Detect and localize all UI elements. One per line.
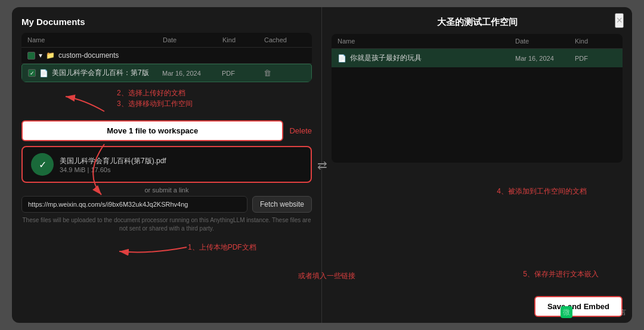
main-modal: × My Documents Name Date Kind Cached ▾ 📁	[12, 7, 632, 323]
file-kind: PDF	[222, 70, 264, 77]
upload-file-title: 美国儿科学会育儿百科(第7版).pdf	[60, 156, 166, 166]
right-file-row[interactable]: 📄 你就是孩子最好的玩具 Mar 16, 2024 PDF	[332, 49, 623, 67]
wechat-icon: 微	[561, 306, 572, 318]
fetch-website-button[interactable]: Fetch website	[252, 196, 312, 213]
folder-checkbox[interactable]	[27, 52, 35, 60]
upload-area: ✓ 美国儿科学会育儿百科(第7版).pdf 34.9 MiB | 17.60s	[21, 146, 312, 183]
col-cached: Cached	[264, 36, 306, 43]
left-panel-title: My Documents	[21, 17, 312, 27]
file-checkbox[interactable]	[28, 69, 36, 77]
annot-step5: 5、保存并进行文本嵌入	[523, 269, 599, 279]
transfer-icon: ⇄	[317, 158, 327, 172]
right-file-date: Mar 16, 2024	[515, 55, 575, 62]
col-kind: Kind	[222, 36, 264, 43]
right-panel-title: 大圣的测试工作空间	[332, 17, 623, 28]
annot-step4: 4、被添加到工作空间的文档	[497, 186, 587, 197]
right-file-kind: PDF	[575, 55, 617, 62]
doc-icon: 📄	[39, 69, 48, 77]
modal-body: My Documents Name Date Kind Cached ▾ 📁 c…	[12, 7, 632, 323]
delete-button[interactable]: Delete	[289, 126, 312, 135]
upload-file-meta: 34.9 MiB | 17.60s	[60, 166, 166, 173]
folder-name: ▾ 📁 custom-documents	[27, 51, 163, 60]
right-doc-icon: 📄	[338, 54, 346, 63]
annot-step3: 3、选择移动到工作空间	[117, 99, 193, 109]
chevron-icon: ▾	[39, 51, 42, 60]
move-to-workspace-button[interactable]: Move 1 file to workspace	[21, 120, 283, 141]
folder-icon: 📁	[46, 51, 55, 60]
right-col-kind: Kind	[575, 38, 617, 45]
col-name: Name	[27, 36, 163, 43]
notice-text: These files will be uploaded to the docu…	[21, 216, 312, 233]
right-file-table: Name Date Kind 📄 你就是孩子最好的玩具 Mar 16, 2024…	[332, 34, 623, 163]
table-header: Name Date Kind Cached	[21, 33, 312, 48]
or-label: or submit a link	[21, 186, 312, 194]
right-file-name: 📄 你就是孩子最好的玩具	[338, 53, 515, 63]
close-button[interactable]: ×	[615, 13, 624, 28]
watermark: 微 公众号 · 网事随言	[561, 306, 626, 318]
trash-icon[interactable]: 🗑	[264, 69, 305, 77]
right-col-date: Date	[515, 38, 575, 45]
selected-file-name: 📄 美国儿科学会育儿百科：第7版	[28, 68, 162, 78]
url-input[interactable]	[21, 196, 247, 213]
move-btn-row: Move 1 file to workspace Delete	[21, 120, 312, 141]
annot-step2: 2、选择上传好的文档	[117, 88, 185, 98]
upload-info: 美国儿科学会育儿百科(第7版).pdf 34.9 MiB | 17.60s	[60, 156, 166, 173]
right-panel: 大圣的测试工作空间 Name Date Kind 📄 你就是孩子最好的玩具 Ma…	[322, 7, 632, 323]
file-row-selected[interactable]: 📄 美国儿科学会育儿百科：第7版 Mar 16, 2024 PDF 🗑	[21, 64, 312, 82]
file-date: Mar 16, 2024	[162, 70, 222, 77]
right-table-header: Name Date Kind	[332, 34, 623, 49]
watermark-text: 公众号 · 网事随言	[575, 308, 626, 317]
left-panel: My Documents Name Date Kind Cached ▾ 📁 c…	[12, 7, 322, 323]
col-date: Date	[163, 36, 222, 43]
folder-row[interactable]: ▾ 📁 custom-documents	[21, 48, 312, 64]
upload-success-icon: ✓	[31, 153, 54, 176]
file-table: Name Date Kind Cached ▾ 📁 custom-documen…	[21, 33, 312, 82]
url-row: Fetch website	[21, 196, 312, 213]
right-col-name: Name	[338, 38, 515, 45]
